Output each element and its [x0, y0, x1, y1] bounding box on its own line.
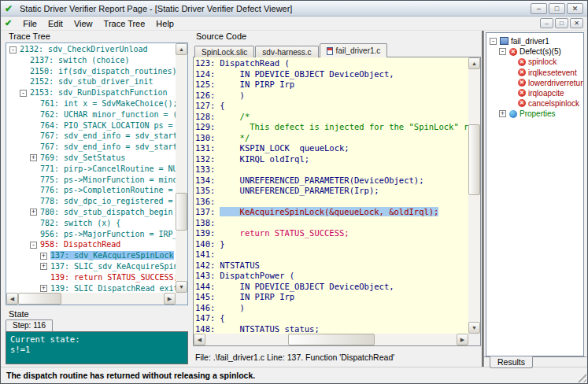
source-line[interactable]: 124: IN PDEVICE_OBJECT DeviceObject,	[195, 69, 468, 80]
source-line[interactable]: 132: KIRQL oldIrql;	[195, 154, 468, 165]
menu-file[interactable]: File	[17, 17, 43, 30]
state-step-tab[interactable]: Step: 116	[6, 319, 53, 331]
trace-tree-item[interactable]: 776: ps->CompletionRoutine = N	[7, 185, 176, 196]
scroll-down-button[interactable]: ▼	[176, 281, 187, 293]
collapse-icon[interactable]: -	[490, 38, 497, 45]
source-line[interactable]: 131: KSPIN_LOCK queueLock;	[195, 143, 468, 154]
minimize-button[interactable]: –	[531, 3, 547, 14]
source-line[interactable]: 123:DispatchRead (	[195, 58, 468, 69]
source-line[interactable]: 125: IN PIRP Irp	[195, 79, 468, 90]
panel-splitter[interactable]	[482, 31, 484, 367]
mdi-child-icon[interactable]: ✔	[5, 18, 12, 28]
defect-tree-item[interactable]: ✕spinlock	[488, 56, 582, 66]
scroll-left-button[interactable]: ◀	[6, 293, 18, 305]
trace-tree-item[interactable]: -2153: sdv_RunDispatchFunction	[7, 87, 176, 98]
source-line[interactable]: 126: )	[195, 90, 468, 102]
trace-tree-item[interactable]: 762: UCHAR minor_function = (U	[7, 109, 176, 120]
scroll-up-button[interactable]: ▲	[468, 57, 480, 69]
source-line[interactable]: 135: UNREFERENCED_PARAMETER(Irp);	[195, 186, 468, 197]
scroll-left-button[interactable]: ◀	[194, 334, 205, 345]
menu-help[interactable]: Help	[150, 17, 179, 30]
tab-results[interactable]: Results	[490, 356, 533, 368]
scrollbar-thumb[interactable]	[176, 193, 187, 231]
trace-tree-item[interactable]: 775: ps->MinorFunction = minor	[7, 175, 176, 186]
source-line[interactable]: 144: IN PDEVICE_OBJECT DeviceObject,	[195, 282, 468, 293]
trace-tree-item[interactable]: -2132: sdv_CheckDriverUnload	[7, 44, 176, 55]
source-line[interactable]: 139: return STATUS_SUCCESS;	[195, 228, 468, 239]
trace-tree-item[interactable]: 139: return STATUS_SUCCESS;	[7, 272, 176, 283]
trace-vertical-scrollbar[interactable]: ▲ ▼	[176, 43, 187, 293]
expand-icon[interactable]: +	[40, 263, 47, 270]
scrollbar-thumb[interactable]	[468, 124, 480, 195]
trace-tree-item[interactable]: 778: sdv_dpc_io_registered = F	[7, 196, 176, 207]
source-line[interactable]: 136:	[195, 197, 468, 208]
trace-tree-item[interactable]: 956: ps->MajorFunction = IRP_M	[7, 229, 176, 240]
trace-tree-item[interactable]: 767: sdv_end_info = sdv_start_	[7, 131, 176, 142]
collapse-icon[interactable]: -	[9, 46, 17, 54]
source-line[interactable]: 148: NTSTATUS status;	[195, 324, 468, 334]
maximize-button[interactable]: □	[549, 3, 565, 14]
menu-trace-tree[interactable]: Trace Tree	[98, 17, 151, 30]
defect-tree-item[interactable]: +Properties	[488, 108, 582, 118]
tab-spinlock-slic[interactable]: SpinLock.slic	[194, 46, 254, 57]
expand-icon[interactable]: +	[30, 154, 37, 161]
source-line[interactable]: 130: */	[195, 133, 468, 144]
menu-view[interactable]: View	[68, 17, 98, 30]
scroll-right-button[interactable]: ▶	[457, 334, 468, 345]
expand-icon[interactable]: +	[30, 209, 37, 216]
collapse-icon[interactable]: -	[30, 242, 37, 249]
source-line[interactable]: 140:}	[195, 239, 468, 250]
scrollbar-thumb[interactable]	[18, 293, 61, 305]
tab-sdv-harness-c[interactable]: sdv-harness.c	[255, 46, 318, 57]
defect-tree-item[interactable]: -✕Defect(s)(5)	[488, 46, 582, 56]
source-line[interactable]: 141:	[195, 249, 468, 260]
menu-edit[interactable]: Edit	[43, 17, 68, 30]
expand-icon[interactable]: +	[40, 285, 47, 292]
trace-tree-item[interactable]: +769: sdv_SetStatus	[7, 153, 176, 164]
expand-icon[interactable]: +	[40, 253, 47, 260]
source-line[interactable]: 143:DispatchPower (	[195, 271, 468, 282]
source-line[interactable]: 145: IN PIRP Irp	[195, 292, 468, 303]
source-line[interactable]: 147:{	[195, 313, 468, 324]
trace-tree-item[interactable]: +137: sdv_KeAcquireSpinLock	[7, 250, 176, 261]
scroll-down-button[interactable]: ▼	[468, 322, 480, 334]
source-horizontal-scrollbar[interactable]: ◀ ▶	[194, 334, 468, 345]
trace-tree-item[interactable]: 782: switch (x) {	[7, 218, 176, 229]
source-line[interactable]: 133:	[195, 164, 468, 175]
source-line[interactable]: 137: KeAcquireSpinLock(&queueLock, &oldI…	[195, 207, 468, 218]
trace-tree-item[interactable]: -958: DispatchRead	[7, 239, 176, 250]
close-button[interactable]: ✕	[567, 3, 583, 14]
source-line[interactable]: 127:{	[195, 101, 468, 112]
trace-horizontal-scrollbar[interactable]: ◀ ▶	[6, 293, 176, 305]
source-line[interactable]: 138:	[195, 218, 468, 229]
expand-icon[interactable]: +	[499, 110, 506, 117]
source-line[interactable]: 146: )	[195, 303, 468, 314]
trace-tree-item[interactable]: 2152: sdv_stub_driver_init	[7, 76, 176, 87]
trace-tree-item[interactable]: +139: SLIC_DispatchRead_exit	[7, 283, 176, 293]
trace-tree-item[interactable]: 767: sdv_end_info = sdv_start_	[7, 142, 176, 153]
source-vertical-scrollbar[interactable]: ▲ ▼	[468, 57, 480, 334]
resize-grip[interactable]	[575, 371, 586, 382]
source-line[interactable]: 142:NTSTATUS	[195, 260, 468, 271]
trace-tree-item[interactable]: 771: pirp->CancelRoutine = NUL	[7, 164, 176, 175]
trace-tree-item[interactable]: +780: sdv_stub_dispatch_begin	[7, 207, 176, 218]
trace-tree-item[interactable]: 2150: if(sdv_dispatch_routines)	[7, 66, 176, 77]
mdi-restore-button[interactable]: □	[555, 18, 568, 28]
trace-tree-item[interactable]: +137: SLIC_sdv_KeAcquireSpinL	[7, 261, 176, 272]
scroll-up-button[interactable]: ▲	[176, 43, 187, 55]
defect-tree-item[interactable]: ✕irqloapcite	[488, 87, 582, 98]
trace-tree-item[interactable]: 764: PIO_STACK_LOCATION ps = S	[7, 120, 176, 131]
tab-fail-driver1-c[interactable]: fail_driver1.c	[320, 43, 388, 57]
defect-tree-item[interactable]: ✕lowerdriverreturn	[488, 77, 582, 87]
scroll-right-button[interactable]: ▶	[164, 293, 176, 305]
mdi-minimize-button[interactable]: –	[540, 18, 553, 28]
defect-tree-item[interactable]: ✕irqlkesetevent	[488, 67, 582, 77]
title-bar[interactable]: ✔ Static Driver Verifier Report Page - […	[1, 1, 587, 17]
trace-tree-item[interactable]: 2137: switch (choice)	[7, 55, 176, 66]
source-line[interactable]: 128: /*	[195, 112, 468, 123]
defect-tree-item[interactable]: ✕cancelspinlock	[488, 98, 582, 108]
collapse-icon[interactable]: -	[20, 90, 27, 97]
collapse-icon[interactable]: -	[499, 48, 506, 55]
source-line[interactable]: 129: This defect is injected for the "Sp…	[195, 122, 468, 133]
defect-tree-item[interactable]: -fail_driver1	[488, 35, 582, 46]
